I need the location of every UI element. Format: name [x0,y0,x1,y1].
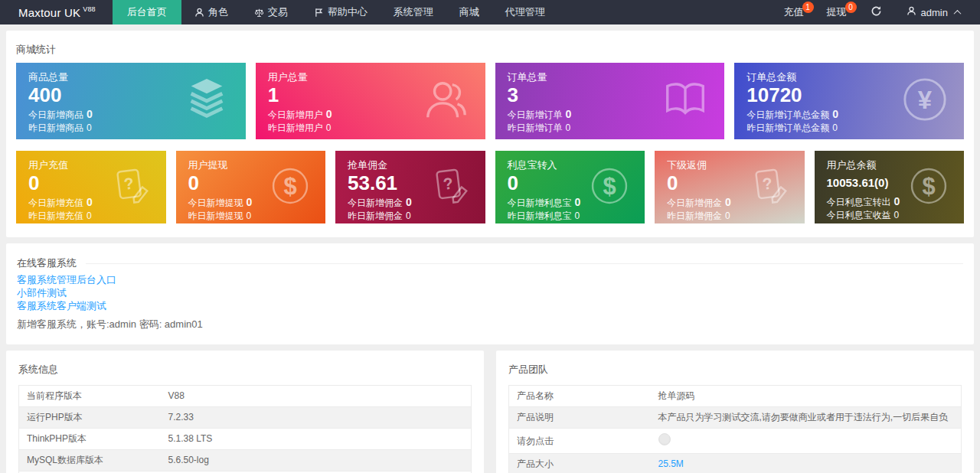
yen-circle-icon: ¥ [901,76,949,126]
dollar-circle-icon: $ [590,166,629,209]
recharge-badge: 1 [802,2,814,13]
main-content: 商城统计 商品总量400今日新增商品0昨日新增商品0用户总量1今日新增用户0昨日… [0,24,980,473]
nav-item-mall[interactable]: 商城 [446,0,492,24]
svg-text:$: $ [283,172,296,199]
row-value-link[interactable]: 25.5M [658,458,684,469]
table-row: 产品说明本产品只为学习测试交流,请勿要做商业或者用于违法行为,一切后果自负 [509,407,962,429]
doc-question-icon: ? [750,166,789,209]
nav-item-label: 后台首页 [127,5,167,19]
nav-item-help-center[interactable]: 帮助中心 [301,0,381,24]
username: admin [921,7,948,18]
refresh-button[interactable] [858,0,894,24]
svg-text:$: $ [922,172,935,199]
stat-card-yesterday-line: 昨日新增佣金0 [667,210,792,223]
row-label: 运行PHP版本 [19,407,161,429]
svg-text:$: $ [603,172,616,199]
nav-item-label: 系统管理 [394,5,433,19]
layers-icon [183,76,230,126]
nav-item-roles[interactable]: 角色 [181,0,241,24]
stat-card-order-amount-total: 订单总金额10720今日新增订单总金额0昨日新增订单总金额0¥ [734,63,964,139]
stat-card-interest-transfer-in: 利息宝转入0今日新增利息宝0昨日新增利息宝0$ [495,151,645,223]
scales-icon [254,8,264,18]
row-value: 本产品只为学习测试交流,请勿要做商业或者用于违法行为,一切后果自负 [651,407,962,429]
stat-cards-row1: 商品总量400今日新增商品0昨日新增商品0用户总量1今日新增用户0昨日新增用户0… [16,63,964,139]
table-row: 产品名称抢单源码 [509,386,962,407]
nav-item-label: 商城 [459,5,479,19]
nav-item-trade[interactable]: 交易 [241,0,301,24]
bottom-panels: 系统信息 当前程序版本V88运行PHP版本7.2.33ThinkPHP版本5.1… [6,351,974,473]
mall-stats-title: 商城统计 [16,44,964,56]
stat-card-yesterday-line: 昨日新增利息宝0 [508,210,633,223]
row-label: MySQL数据库版本 [19,450,161,471]
row-value: 7.2.33 [161,407,472,429]
system-info-title: 系统信息 [18,364,472,376]
stat-card-order-commission: 抢单佣金53.61今日新增佣金0昨日新增佣金0? [335,151,485,223]
table-row: MySQL数据库版本5.6.50-log [19,450,472,471]
withdraw-button[interactable]: 提现 0 [815,0,858,24]
stat-card-user-recharge: 用户充值0今日新增充值0昨日新增充值0? [16,151,166,223]
table-row: 运行PHP版本7.2.33 [19,407,472,429]
table-row: 当前程序版本V88 [19,386,472,407]
dollar-circle-icon: $ [270,166,310,209]
nav-item-system-manage[interactable]: 系统管理 [381,0,446,24]
system-info-table: 当前程序版本V88运行PHP版本7.2.33ThinkPHP版本5.1.38 L… [18,385,472,473]
stat-card-yesterday-line: 昨日新增充值0 [28,210,154,223]
service-account-note: 新增客服系统，账号:admin 密码: admin01 [17,318,963,331]
stat-card-user-withdraw: 用户提现0今日新增提现0昨日新增提现0$ [176,151,326,223]
row-label: ThinkPHP版本 [19,429,161,450]
stat-card-user-balance-total: 用户总余额10053.61(0)今日利息宝转出0今日利息宝收益0$ [815,151,965,223]
mall-stats-panel: 商城统计 商品总量400今日新增商品0昨日新增商品0用户总量1今日新增用户0昨日… [6,31,974,237]
online-service-title: 在线客服系统 [17,257,77,269]
product-team-panel: 产品团队 产品名称抢单源码产品说明本产品只为学习测试交流,请勿要做商业或者用于违… [496,351,974,473]
product-team-title: 产品团队 [508,364,962,376]
flag-icon [314,8,324,18]
doc-question-icon: ? [430,166,470,209]
refresh-icon [871,5,882,19]
nav-item-label: 帮助中心 [328,5,368,19]
withdraw-badge: 0 [845,2,857,13]
service-link-service-client-test[interactable]: 客服系统客户端测试 [17,299,106,312]
row-label: 当前程序版本 [19,386,161,407]
system-info-panel: 系统信息 当前程序版本V88运行PHP版本7.2.33ThinkPHP版本5.1… [6,351,484,473]
service-link-service-admin-entry[interactable]: 客服系统管理后台入口 [17,273,116,286]
nav-right: 充值 1 提现 0 admin [773,0,980,24]
table-row: 请勿点击 [509,429,962,454]
book-icon [662,76,709,126]
users-icon [423,76,470,126]
nav-item-label: 代理管理 [505,5,545,19]
stat-card-sub-rebate: 下级返佣0今日新增佣金0昨日新增佣金0? [655,151,805,223]
stat-card-yesterday-line: 昨日新增提现0 [188,210,314,223]
dollar-circle-icon: $ [909,166,949,209]
nav-menu: 后台首页角色交易帮助中心系统管理商城代理管理 [113,0,558,24]
stat-cards-row2: 用户充值0今日新增充值0昨日新增充值0?用户提现0今日新增提现0昨日新增提现0$… [16,151,964,223]
row-label: 请勿点击 [509,429,651,454]
do-not-click-icon[interactable] [658,433,671,445]
recharge-button[interactable]: 充值 1 [773,0,815,24]
nav-item-agent-manage[interactable]: 代理管理 [492,0,558,24]
stat-card-user-total: 用户总量1今日新增用户0昨日新增用户0 [256,63,485,139]
row-value: 25.5M [651,454,962,473]
row-label: 产品说明 [509,407,651,429]
chevron-up-icon [954,9,962,17]
row-value: 5.6.50-log [161,450,472,471]
row-label: 产品大小 [509,454,651,473]
svg-text:?: ? [761,174,773,192]
row-value: V88 [161,386,472,407]
stat-card-order-total: 订单总量3今日新增订单0昨日新增订单0 [495,63,725,139]
product-team-table: 产品名称抢单源码产品说明本产品只为学习测试交流,请勿要做商业或者用于违法行为,一… [508,385,962,473]
stat-card-yesterday-line: 今日利息宝收益0 [827,209,952,222]
row-label: 产品名称 [509,386,651,407]
service-link-widget-test[interactable]: 小部件测试 [17,286,67,299]
row-value [651,429,962,454]
recharge-label: 充值 [784,5,804,19]
table-row: 产品大小25.5M [509,454,962,473]
service-links: 客服系统管理后台入口小部件测试客服系统客户端测试 [17,273,963,312]
table-row: ThinkPHP版本5.1.38 LTS [19,429,472,450]
withdraw-label: 提现 [827,5,847,19]
nav-item-label: 角色 [208,5,228,19]
nav-item-home[interactable]: 后台首页 [113,0,181,24]
user-menu[interactable]: admin [894,0,969,24]
nav-item-label: 交易 [268,5,288,19]
svg-text:?: ? [122,174,135,192]
row-value: 抢单源码 [651,386,962,407]
